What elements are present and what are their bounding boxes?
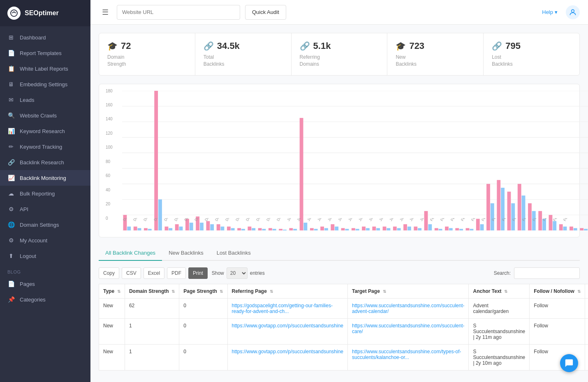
pdf-button[interactable]: PDF [167,267,186,279]
entries-select[interactable]: 102050100 [227,267,248,279]
cell-r0-c3[interactable]: https://godspacelight.com/getting-our-fa… [227,298,348,318]
x-label-33: Feb 7 [460,218,468,222]
main-area: ☰ Quick Audit Help ▾ 🎓 72 DomainStrength… [90,0,588,382]
cell-r2-c3[interactable]: https://www.govtapp.com/p/succulentsands… [227,344,348,370]
col-header-domain-strength[interactable]: Domain Strength ⇅ [125,284,179,298]
sidebar-item-leads[interactable]: ✉Leads [0,92,90,108]
print-button[interactable]: Print [188,267,208,279]
x-label-12: Dec 25 [245,218,255,222]
y-label-100: 100 [106,145,113,150]
x-label-11: Dec 23 [235,218,244,222]
menu-toggle-button[interactable]: ☰ [99,6,112,18]
cell-r2-c1: 1 [125,344,179,370]
sidebar-item-keyword-tracking[interactable]: ✏Keyword Tracking [0,139,90,154]
col-header-link: Link [585,284,588,298]
sidebar-label-backlink-research: Backlink Research [20,159,64,166]
stat-value-1: 34.5k [217,41,240,51]
cell-r1-c6: Follow [530,318,585,344]
sidebar-item-backlink-research[interactable]: 🔗Backlink Research [0,154,90,170]
chat-bubble-button[interactable] [560,354,578,372]
sidebar-icon-keyword-tracking: ✏ [7,143,15,150]
table-section: Copy CSV Excel PDF Print Show 102050100 … [99,267,580,370]
sort-icon: ⇅ [116,289,120,294]
sort-icon: ⇅ [171,289,175,294]
cell-r0-c4[interactable]: https://www.succulentsandsunshine.com/su… [348,298,469,318]
col-header-follow-/-nofollow[interactable]: Follow / Nofollow ⇅ [530,284,585,298]
sort-icon: ⇅ [269,289,273,294]
quick-audit-button[interactable]: Quick Audit [245,5,286,20]
url-input[interactable] [117,5,240,20]
col-header-anchor-text[interactable]: Anchor Text ⇅ [469,284,530,298]
sidebar-item-domain-settings[interactable]: 🌐Domain Settings [0,217,90,232]
link-3[interactable]: https://godspacelight.com/getting-our-fa… [232,303,333,314]
x-label-13: Dec 27 [255,218,265,222]
stat-value-0: 72 [121,41,131,51]
y-label-20: 20 [106,202,110,206]
blog-item-pages[interactable]: 📄Pages [0,276,90,292]
stat-label-0: DomainStrength [107,54,187,68]
sidebar-item-white-label-reports[interactable]: 📋White Label Reports [0,61,90,76]
x-label-15: Dec 31 [276,218,285,222]
col-header-target-page[interactable]: Target Page ⇅ [348,284,469,298]
y-label-180: 180 [106,88,113,93]
x-label-39: Feb 19 [521,218,531,222]
table-row: New10https://www.govtapp.com/p/succulent… [99,318,588,344]
col-header-referring-page[interactable]: Referring Page ⇅ [227,284,348,298]
logo-icon [7,7,21,20]
link-4[interactable]: https://www.succulentsandsunshine.com/su… [352,323,464,334]
cell-r2-c2: 0 [179,344,227,370]
tab-all-backlink-changes[interactable]: All Backlink Changes [99,246,162,261]
stat-label-4: LostBacklinks [492,54,571,68]
sidebar-item-report-templates[interactable]: 📄Report Templates [0,45,90,61]
sidebar-item-embedding-settings[interactable]: 🖥Embedding Settings [0,76,90,92]
stat-value-4: 795 [505,41,521,51]
sidebar-item-my-account[interactable]: ⚙My Account [0,232,90,248]
sidebar-icon-website-crawls: 🔍 [7,112,15,119]
sidebar-item-backlink-monitoring[interactable]: 📈Backlink Monitoring [0,170,90,186]
copy-button[interactable]: Copy [99,267,119,279]
excel-button[interactable]: Excel [144,267,164,279]
stat-card-3: 🎓 723 NewBacklinks [387,33,484,75]
sidebar-item-bulk-reporting[interactable]: ☁Bulk Reporting [0,186,90,201]
x-label-21: Jan 12 [337,218,346,222]
x-label-38: Feb 17 [512,218,521,222]
sidebar-icon-api: ⚙ [7,205,15,213]
sidebar-label-bulk-reporting: Bulk Reporting [20,191,55,197]
link-3[interactable]: https://www.govtapp.com/p/succulentsands… [232,323,344,329]
blog-item-categories[interactable]: 📌Categories [0,292,90,307]
sidebar-label-logout: Logout [20,253,36,259]
sidebar-item-dashboard[interactable]: ⊞Dashboard [0,30,90,45]
csv-button[interactable]: CSV [122,267,141,279]
sidebar-label-keyword-tracking: Keyword Tracking [20,144,62,150]
sidebar-item-keyword-research[interactable]: 📊Keyword Research [0,123,90,139]
sidebar-icon-bulk-reporting: ☁ [7,190,15,197]
stat-icon-1: 🔗 [204,41,214,51]
sidebar-item-website-crawls[interactable]: 🔍Website Crawls [0,108,90,123]
y-label-0: 0 [106,216,108,220]
tab-new-backlinks[interactable]: New Backlinks [162,246,210,261]
help-button[interactable]: Help ▾ [539,7,561,17]
sidebar-item-api[interactable]: ⚙API [0,201,90,217]
col-header-type[interactable]: Type ⇅ [99,284,125,298]
svg-rect-99 [574,228,577,230]
x-label-1: Dec 3 [132,218,141,222]
search-input[interactable] [514,267,580,279]
stat-card-0: 🎓 72 DomainStrength [99,33,195,75]
cell-r1-c4[interactable]: https://www.succulentsandsunshine.com/su… [348,318,469,344]
sidebar-logo[interactable]: SEOptimer [0,0,90,26]
link-4[interactable]: https://www.succulentsandsunshine.com/ty… [352,349,461,360]
entries-label: entries [250,270,265,276]
y-label-140: 140 [106,117,113,121]
cell-r2-c5: S Succulentsandsunshine | 2y 10m ago [469,344,530,370]
tab-lost-backlinks[interactable]: Lost Backlinks [210,246,257,261]
sort-icon: ⇅ [576,289,581,294]
link-3[interactable]: https://www.govtapp.com/p/succulentsands… [232,349,344,354]
link-4[interactable]: https://www.succulentsandsunshine.com/su… [352,303,464,314]
user-icon-button[interactable] [566,5,580,19]
cell-r2-c4[interactable]: https://www.succulentsandsunshine.com/ty… [348,344,469,370]
cell-r1-c3[interactable]: https://www.govtapp.com/p/succulentsands… [227,318,348,344]
x-label-6: Dec 13 [183,218,193,222]
sidebar-item-logout[interactable]: ⬆Logout [0,248,90,264]
col-header-page-strength[interactable]: Page Strength ⇅ [179,284,227,298]
sidebar-nav: ⊞Dashboard📄Report Templates📋White Label … [0,26,90,382]
